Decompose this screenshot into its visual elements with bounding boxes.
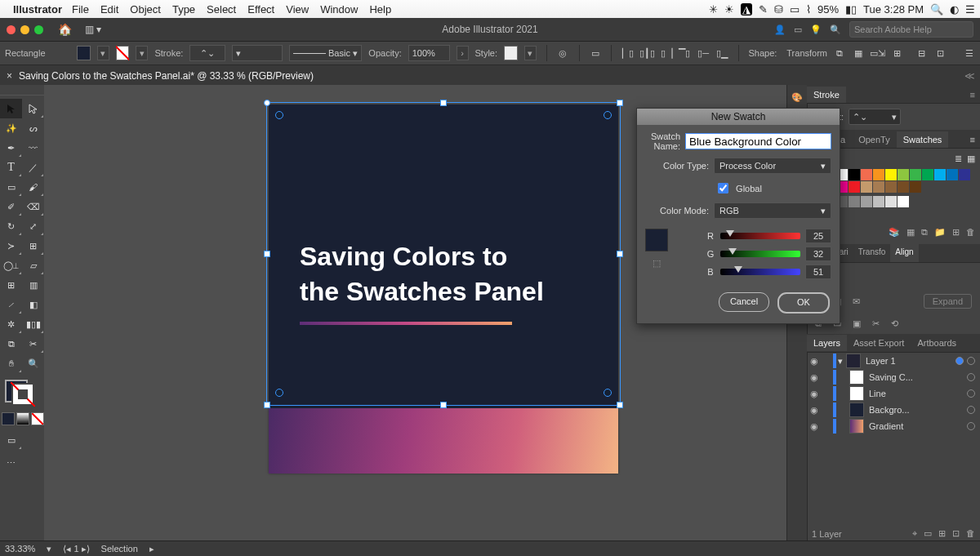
shape-builder-tool[interactable]: ◯⟂ <box>0 256 22 275</box>
selection-tool[interactable] <box>0 99 22 118</box>
gradient-tool[interactable]: ▥ <box>22 275 44 295</box>
delete-layer-icon[interactable]: 🗑︎ <box>966 528 975 539</box>
direct-selection-tool[interactable] <box>22 99 44 118</box>
color-mode-gradient[interactable] <box>16 412 29 425</box>
scale-tool[interactable]: ⤢ <box>22 216 44 236</box>
isolation-icon[interactable]: ⧉ <box>834 47 846 60</box>
status-evernote-icon[interactable]: ✎ <box>759 3 768 16</box>
status-dropbox-icon[interactable]: ⛁ <box>774 3 783 16</box>
stroke-panel-menu[interactable]: ≡ <box>965 87 980 103</box>
global-checkbox[interactable] <box>718 183 728 193</box>
status-wifi-icon[interactable]: ⌇ <box>806 3 811 16</box>
swatch-c1-7[interactable] <box>922 169 933 180</box>
user-icon[interactable]: 👤 <box>774 24 786 35</box>
tab-artboards[interactable]: Artboards <box>911 335 963 351</box>
swatch-gray-3[interactable] <box>849 196 860 207</box>
status-asterisk-icon[interactable]: ✳︎ <box>709 3 718 16</box>
corner-widget-br[interactable] <box>604 389 612 397</box>
r-slider[interactable] <box>720 233 800 239</box>
paintbrush-tool[interactable]: 🖌︎ <box>22 177 44 197</box>
align-bottom-icon[interactable]: ▯▁ <box>716 47 728 60</box>
align-top-icon[interactable]: ▔▯ <box>679 47 691 60</box>
new-sublayer-icon[interactable]: ⊞ <box>938 528 946 539</box>
corner-widget-tl[interactable] <box>275 111 283 119</box>
corner-widget-bl[interactable] <box>275 389 283 397</box>
pf-envelope-icon[interactable]: ✉︎ <box>853 296 860 307</box>
dialog-title[interactable]: New Swatch <box>637 109 840 125</box>
sel-handle-lm[interactable] <box>264 251 270 257</box>
swatch-delete-icon[interactable]: 🗑︎ <box>966 227 975 238</box>
swatch-c1-9[interactable] <box>947 169 958 180</box>
eraser-tool[interactable]: ⌫ <box>22 197 44 216</box>
layer-row-top[interactable]: ◉ ▾ Layer 1 <box>807 353 980 369</box>
free-transform-tool[interactable]: ⊞ <box>22 236 44 256</box>
artboard-tool[interactable]: ⧉ <box>0 334 22 354</box>
r-value[interactable]: 25 <box>805 229 831 243</box>
pf-icon-c[interactable]: ▣ <box>853 318 861 329</box>
curvature-tool[interactable]: 〰︎ <box>22 138 44 158</box>
swatch-c1-10[interactable] <box>959 169 970 180</box>
artboard-nav[interactable]: ⟨◂ 1 ▸⟩ <box>63 544 89 554</box>
menu-effect[interactable]: Effect <box>247 3 274 16</box>
mask-icon[interactable]: ▦ <box>853 47 865 60</box>
vstroke-profile[interactable]: ▾ <box>232 45 283 61</box>
menu-type[interactable]: Type <box>172 3 195 16</box>
visibility-icon[interactable]: ◉ <box>807 356 822 367</box>
status-display-icon[interactable]: ▭ <box>790 3 800 16</box>
learn-icon[interactable]: 💡 <box>810 24 822 35</box>
new-layer-icon[interactable]: ⊡ <box>952 528 960 539</box>
eyedropper-tool[interactable]: ⟋ <box>0 295 22 314</box>
swatch-gray-6[interactable] <box>885 196 897 207</box>
status-controlcenter-icon[interactable]: ☰ <box>965 3 975 16</box>
symbol-sprayer-tool[interactable]: ✲ <box>0 314 22 334</box>
perspective-tool[interactable]: ▱ <box>22 256 44 275</box>
status-mode[interactable]: Selection <box>101 544 138 554</box>
mesh-tool[interactable]: ⊞ <box>0 275 22 295</box>
stroke-swatch[interactable] <box>116 46 130 60</box>
tab-stroke[interactable]: Stroke <box>807 87 846 103</box>
magic-wand-tool[interactable]: ✨ <box>0 118 22 138</box>
align-to-icon[interactable]: ▭ <box>590 47 602 60</box>
slice-tool[interactable]: ✂︎ <box>22 334 44 354</box>
fill-stroke-indicator[interactable] <box>0 378 44 407</box>
pen-tool[interactable]: ✒︎ <box>0 138 22 158</box>
document-tab[interactable]: Saving Colors to the Swatches Panel.ai* … <box>19 70 314 82</box>
sel-handle-br[interactable] <box>617 402 623 408</box>
visibility-icon[interactable]: ◉ <box>807 421 822 432</box>
make-clip-icon[interactable]: ▭ <box>924 528 932 539</box>
crop-icon[interactable]: ▭⇲ <box>871 47 884 60</box>
zoom-tool[interactable]: 🔍 <box>22 354 44 373</box>
tab-layers[interactable]: Layers <box>807 335 847 351</box>
zoom-window-button[interactable] <box>34 25 43 34</box>
screen-mode-normal[interactable]: ▭ <box>0 430 22 450</box>
swatch-grid-view-icon[interactable]: ▦ <box>967 153 975 164</box>
swatch-new-icon[interactable]: ⊞ <box>952 227 960 238</box>
xy-icon[interactable]: ⊞ <box>891 47 903 60</box>
status-siri-icon[interactable]: ◐ <box>950 3 959 16</box>
align-center-icon[interactable]: ▯┃▯ <box>640 47 653 60</box>
menu-object[interactable]: Object <box>130 3 161 16</box>
edit-toolbar[interactable]: ⋯ <box>0 453 22 473</box>
status-sun-icon[interactable]: ☀︎ <box>724 3 734 16</box>
rectangle-tool[interactable]: ▭ <box>0 177 22 197</box>
dock-color-icon[interactable]: 🎨 <box>790 90 804 105</box>
swatch-c2-7[interactable] <box>898 181 909 193</box>
tabbar-chevrons[interactable]: ≪ <box>964 70 975 82</box>
fill-swatch[interactable] <box>77 46 91 60</box>
sel-handle-bl[interactable] <box>264 402 270 408</box>
visibility-icon[interactable]: ◉ <box>807 405 822 416</box>
style-dropdown[interactable]: ▾ <box>524 46 537 60</box>
type-tool[interactable]: T <box>0 158 22 177</box>
swatch-c1-8[interactable] <box>934 169 946 180</box>
recolor-artwork-icon[interactable]: ◎ <box>557 47 569 60</box>
arrange-docs-icon[interactable]: ▭ <box>794 24 802 35</box>
swatch-libs-icon[interactable]: 📚 <box>889 227 900 238</box>
graphic-style-swatch[interactable] <box>504 46 518 60</box>
g-slider[interactable] <box>720 251 800 257</box>
opacity-dd[interactable]: › <box>457 46 469 60</box>
swatch-kind-icon[interactable]: ▦ <box>906 227 915 238</box>
corner-widget-tr[interactable] <box>604 111 612 119</box>
panel-menu-icon[interactable]: ☰ <box>963 47 975 60</box>
sel-handle-tl[interactable] <box>264 100 270 106</box>
zoom-level[interactable]: 33.33% <box>5 544 35 554</box>
